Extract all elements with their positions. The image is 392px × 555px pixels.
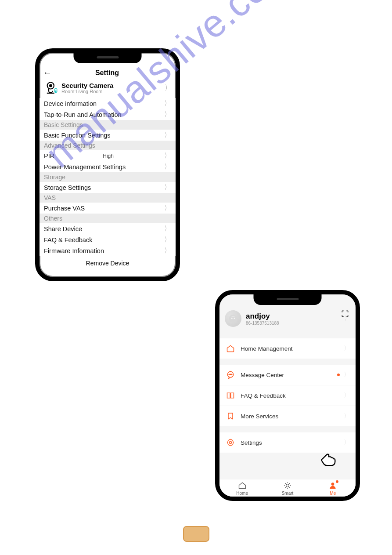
svg-point-1 [49,84,52,87]
chevron-right-icon: 〉 [165,183,169,192]
book-icon [226,391,235,400]
scan-icon[interactable] [341,309,349,318]
notification-dot [337,374,340,376]
chevron-right-icon: 〉 [344,439,349,446]
bookmark-icon [226,411,235,421]
svg-rect-3 [55,91,57,92]
row-label: More Services [241,413,278,420]
profile-header[interactable]: andjoy 86-13537513188 〉 [219,308,356,332]
row-label: Home Management [241,345,293,352]
phone-notch [74,52,142,63]
remove-device-button[interactable]: Remove Device [40,256,176,268]
svg-point-6 [234,318,235,319]
tab-label: Home [236,491,248,496]
chevron-right-icon: 〉 [344,345,349,352]
chevron-right-icon: 〉 [165,110,169,119]
notification-dot [336,480,338,483]
profile-name: andjoy [246,312,279,321]
row-storage-settings[interactable]: Storage Settings 〉 [40,182,176,193]
row-label: Tap-to-Run and Automation [44,111,122,118]
svg-point-14 [286,484,289,487]
svg-point-4 [229,315,237,323]
chevron-right-icon: 〉 [165,83,170,93]
row-label: Basic Function Settings [44,132,111,139]
pointing-hand-icon [320,449,337,466]
tab-label: Smart [282,491,294,496]
row-power-mgmt[interactable]: Power Management Settings 〉 [40,161,176,172]
gear-icon [226,438,235,447]
row-label: Firmware Information [44,247,104,254]
tab-me[interactable]: Me [310,481,356,496]
row-faq-feedback[interactable]: FAQ & Feedback 〉 [40,234,176,245]
svg-point-9 [229,374,230,375]
section-storage: Storage [40,172,176,182]
chevron-right-icon: 〉 [165,225,169,233]
chevron-right-icon: 〉 [165,163,169,171]
row-firmware-info[interactable]: Firmware Information 〉 [40,245,176,256]
chevron-right-icon: 〉 [344,392,349,399]
row-label: PIR [44,152,54,160]
row-label: Power Management Settings [44,163,126,170]
row-basic-function[interactable]: Basic Function Settings 〉 [40,130,176,141]
tab-home[interactable]: Home [219,481,265,496]
phone-notch [254,294,322,305]
row-home-management[interactable]: Home Management 〉 [219,338,356,359]
row-label: Storage Settings [44,184,91,191]
screen-title: Setting [95,69,119,77]
svg-marker-12 [227,439,233,446]
row-label: Settings [241,439,262,446]
row-pir[interactable]: PIR High 〉 [40,150,176,161]
chevron-right-icon: 〉 [344,371,349,379]
message-icon [226,370,235,380]
section-basic: Basic Settings [40,120,176,130]
page-number-badge [183,526,209,542]
tab-smart[interactable]: Smart [265,481,310,496]
home-icon [226,344,235,353]
row-label: Share Device [44,225,82,232]
row-automation[interactable]: Tap-to-Run and Automation 〉 [40,109,176,120]
section-advanced: Advanced Settings [40,141,176,150]
camera-icon [44,80,59,95]
device-room: Room:Living Room [61,89,164,94]
row-value: High [103,153,115,159]
chevron-right-icon: 〉 [165,247,169,255]
device-card[interactable]: Security Camera Room:Living Room 〉 [40,80,176,98]
avatar-icon [225,310,241,327]
row-share-device[interactable]: Share Device 〉 [40,223,176,234]
row-label: Message Center [241,372,284,378]
row-label: FAQ & Feedback [44,236,92,243]
svg-point-5 [231,318,233,319]
row-message-center[interactable]: Message Center 〉 [219,365,356,385]
phone-mock-settings: ← Setting Security Camera Room:Living Ro… [35,48,180,281]
row-label: Purchase VAS [44,205,85,212]
back-arrow-icon[interactable]: ← [43,68,52,78]
chevron-right-icon: 〉 [165,236,169,244]
row-label: Device information [44,100,97,107]
svg-point-15 [331,482,334,486]
row-more-services[interactable]: More Services 〉 [219,406,356,426]
chevron-right-icon: 〉 [165,152,169,160]
tab-label: Me [330,491,336,496]
row-device-information[interactable]: Device information 〉 [40,98,176,109]
row-faq-feedback[interactable]: FAQ & Feedback 〉 [219,385,356,406]
row-purchase-vas[interactable]: Purchase VAS 〉 [40,203,176,214]
section-others: Others [40,214,176,223]
chevron-right-icon: 〉 [165,131,169,139]
svg-rect-7 [231,316,234,317]
svg-point-13 [230,442,232,444]
tab-bar: Home Smart Me [219,479,356,497]
device-name: Security Camera [61,82,164,89]
chevron-right-icon: 〉 [344,412,349,420]
svg-point-10 [230,374,231,375]
section-vas: VAS [40,193,176,203]
chevron-right-icon: 〉 [165,99,169,108]
phone-mock-me: andjoy 86-13537513188 〉 Home Management … [215,290,360,501]
chevron-right-icon: 〉 [165,204,169,212]
svg-point-11 [231,374,232,375]
profile-sub: 86-13537513188 [246,321,279,326]
row-label: FAQ & Feedback [241,392,286,399]
